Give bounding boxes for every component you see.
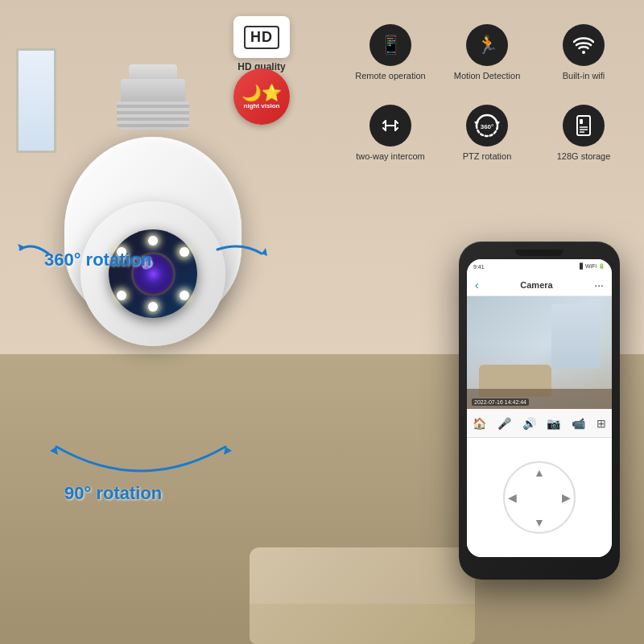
hd-badge: HD HD quality	[233, 16, 290, 72]
night-label: night vision	[244, 102, 280, 110]
dpad: ▲ ▼ ◀ ▶	[503, 461, 576, 534]
camera-dome	[80, 201, 225, 346]
camera-feed: 2022-07-16 14:42:44	[467, 296, 612, 409]
features-grid: 📱 Remote operation 🏃 Motion Detection Bu…	[346, 16, 628, 169]
feature-storage: 128G storage	[539, 97, 628, 169]
led-5	[117, 291, 126, 300]
svg-point-0	[582, 51, 585, 54]
storage-label: 128G storage	[557, 151, 611, 161]
dpad-down-button[interactable]: ▼	[534, 516, 545, 529]
feature-remote-operation: 📱 Remote operation	[346, 16, 435, 89]
phone-app-header: ‹ Camera ···	[467, 274, 612, 296]
socket-threads	[117, 101, 189, 130]
toolbar-speaker-icon[interactable]: 🔊	[522, 417, 536, 430]
hd-label: HD	[244, 26, 279, 49]
toolbar-video-icon[interactable]: 📹	[572, 417, 585, 430]
night-vision-badge: 🌙⭐ night vision	[233, 68, 290, 125]
led-2	[180, 247, 189, 257]
dpad-right-button[interactable]: ▶	[562, 491, 571, 504]
socket-top	[129, 64, 177, 80]
svg-marker-7	[474, 122, 479, 126]
remote-operation-icon: 📱	[369, 24, 411, 66]
led-1	[148, 236, 158, 246]
moon-star-icon: 🌙⭐	[242, 83, 282, 102]
wifi-icon	[563, 24, 605, 66]
svg-text:360°: 360°	[481, 123, 494, 130]
phone-toolbar: 🏠 🎤 🔊 📷 📹 ⊞	[467, 409, 612, 438]
sofa-back	[250, 547, 475, 612]
phone-screen: 9:41 ▊ WiFi 🔋 ‹ Camera ··· 2022-07-16 14…	[467, 259, 612, 557]
led-4	[148, 302, 158, 312]
remote-operation-label: Remote operation	[355, 71, 425, 80]
dpad-up-button[interactable]: ▲	[534, 466, 545, 479]
intercom-icon	[369, 105, 411, 147]
svg-rect-10	[580, 119, 583, 124]
app-title: Camera	[520, 280, 552, 290]
phone-notch	[515, 250, 564, 256]
led-3	[180, 291, 189, 300]
smartphone: 9:41 ▊ WiFi 🔋 ‹ Camera ··· 2022-07-16 14…	[459, 242, 620, 580]
status-icons: ▊ WiFi 🔋	[580, 263, 605, 270]
feature-motion-detection: 🏃 Motion Detection	[443, 16, 531, 89]
phone-outer: 9:41 ▊ WiFi 🔋 ‹ Camera ··· 2022-07-16 14…	[459, 242, 620, 580]
toolbar-grid-icon[interactable]: ⊞	[597, 417, 606, 430]
arrow-right-360	[209, 237, 274, 273]
motion-detection-icon: 🏃	[466, 24, 508, 66]
status-time: 9:41	[473, 264, 485, 270]
svg-marker-15	[262, 248, 267, 256]
back-button[interactable]: ‹	[475, 279, 479, 291]
storage-icon	[563, 105, 605, 147]
toolbar-home-icon[interactable]: 🏠	[473, 417, 486, 430]
svg-marker-14	[18, 244, 26, 250]
toolbar-camera-icon[interactable]: 📷	[547, 417, 560, 430]
socket-mid	[121, 79, 185, 103]
room-furniture	[250, 483, 491, 644]
night-circle: 🌙⭐ night vision	[233, 68, 290, 125]
ptz-label: PTZ rotation	[463, 151, 512, 161]
motion-detection-label: Motion Detection	[454, 71, 521, 80]
bulb-socket	[113, 64, 193, 129]
intercom-label: two-way intercom	[356, 151, 425, 161]
phone-notch-area	[467, 250, 612, 256]
hd-box: HD	[233, 16, 290, 58]
menu-button[interactable]: ···	[594, 279, 604, 291]
camera-body-outer	[64, 137, 242, 330]
camera-body	[64, 137, 242, 322]
feed-window	[551, 304, 600, 369]
feature-wifi: Built-in wifi	[539, 16, 628, 89]
phone-status-bar: 9:41 ▊ WiFi 🔋	[467, 259, 612, 274]
rotation-360-label: 360° rotation	[44, 250, 152, 270]
arrow-bottom-90	[40, 431, 242, 498]
feature-intercom: two-way intercom	[346, 97, 435, 169]
arrow-left-360	[16, 237, 56, 273]
phone-controls: ▲ ▼ ◀ ▶	[467, 438, 612, 557]
dpad-left-button[interactable]: ◀	[508, 491, 517, 504]
toolbar-mic-icon[interactable]: 🎤	[497, 417, 511, 430]
svg-marker-8	[495, 122, 500, 126]
wifi-label: Built-in wifi	[563, 71, 605, 80]
ptz-icon: 360°	[466, 105, 508, 147]
lens-housing	[109, 229, 197, 318]
feature-ptz: 360° PTZ rotation	[443, 97, 531, 169]
sofa-seat	[250, 604, 475, 644]
feed-timestamp: 2022-07-16 14:42:44	[472, 398, 529, 406]
